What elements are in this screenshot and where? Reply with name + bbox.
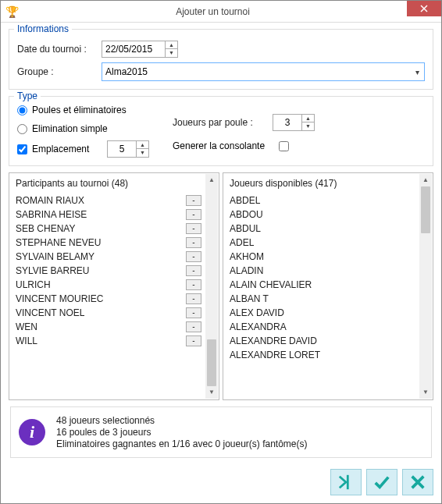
scroll-thumb[interactable] xyxy=(421,186,430,233)
participant-name: VINCENT MOURIEC xyxy=(16,293,103,304)
list-item[interactable]: AKHOM xyxy=(230,250,419,264)
participant-name: ROMAIN RIAUX xyxy=(16,195,84,206)
list-item[interactable]: ADEL xyxy=(230,236,419,250)
list-item[interactable]: ALEXANDRE DAVID xyxy=(230,334,419,348)
remove-button[interactable]: - xyxy=(186,279,201,290)
list-item[interactable]: ALEXANDRA xyxy=(230,320,419,334)
informations-group: Informations Date du tournoi : ▲▼ Groupe… xyxy=(9,29,433,90)
button-bar xyxy=(1,464,441,503)
list-item[interactable]: ALBAN T xyxy=(230,292,419,306)
participant-name: SEB CHENAY xyxy=(16,223,75,234)
list-item[interactable]: ALEX DAVID xyxy=(230,306,419,320)
list-item[interactable]: ABDEL xyxy=(230,193,419,208)
list-item[interactable]: ABDUL xyxy=(230,222,419,236)
player-name: ALADIN xyxy=(230,265,263,276)
emplacement-spinner[interactable]: ▲▼ xyxy=(107,140,149,158)
player-name: ALBAN T xyxy=(230,293,269,304)
list-item[interactable]: ULRICH- xyxy=(16,278,205,292)
player-name: ALEXANDRA xyxy=(230,321,287,332)
radio-elimination[interactable] xyxy=(17,124,27,134)
date-field[interactable] xyxy=(102,44,165,55)
list-item[interactable]: ABDOU xyxy=(230,208,419,222)
participant-name: WILL xyxy=(16,335,37,346)
list-item[interactable]: ALADIN xyxy=(230,264,419,278)
list-item[interactable]: WEN- xyxy=(16,320,205,334)
remove-button[interactable]: - xyxy=(186,265,201,276)
list-item[interactable]: VINCENT MOURIEC- xyxy=(16,292,205,306)
export-button[interactable] xyxy=(330,469,362,495)
player-name: ABDOU xyxy=(230,209,263,220)
lists-container: Participants au tournoi (48) ROMAIN RIAU… xyxy=(9,172,433,400)
players-per-pool-spinner[interactable]: ▲▼ xyxy=(273,114,315,131)
confirm-button[interactable] xyxy=(366,469,397,495)
list-item[interactable]: SEB CHENAY- xyxy=(16,222,205,236)
player-name: ABDUL xyxy=(230,223,261,234)
remove-button[interactable]: - xyxy=(186,307,201,318)
scroll-down-icon[interactable]: ▼ xyxy=(419,386,432,399)
scroll-up-icon[interactable]: ▲ xyxy=(419,174,432,186)
list-item[interactable]: ROMAIN RIAUX- xyxy=(16,193,205,208)
group-field[interactable] xyxy=(105,66,414,77)
checkbox-consolante[interactable] xyxy=(279,141,289,151)
scroll-thumb[interactable] xyxy=(207,339,216,386)
scroll-up-icon[interactable]: ▲ xyxy=(205,174,218,186)
type-legend: Type xyxy=(14,91,41,101)
cancel-button[interactable] xyxy=(402,469,433,495)
remove-button[interactable]: - xyxy=(186,321,201,332)
info-icon: i xyxy=(19,419,45,445)
type-group: Type Poules et éliminatoires Elimination… xyxy=(9,96,433,166)
participant-name: SABRINA HEISE xyxy=(16,209,87,220)
participants-list: Participants au tournoi (48) ROMAIN RIAU… xyxy=(9,172,219,400)
participant-name: ULRICH xyxy=(16,279,51,290)
summary-line2: 16 poules de 3 joueurs xyxy=(56,427,308,438)
participants-scrollbar[interactable]: ▲ ▼ xyxy=(205,174,218,399)
list-item[interactable]: STEPHANE NEVEU- xyxy=(16,236,205,250)
participant-name: SYLVAIN BELAMY xyxy=(16,251,94,262)
date-label: Date du tournoi : xyxy=(17,44,95,55)
list-item[interactable]: WILL- xyxy=(16,334,205,348)
close-button[interactable] xyxy=(407,1,441,16)
remove-button[interactable]: - xyxy=(186,237,201,248)
trophy-icon: 🏆 xyxy=(5,5,19,18)
player-name: ADEL xyxy=(230,237,254,248)
player-name: ABDEL xyxy=(230,195,260,206)
emplacement-value[interactable] xyxy=(108,144,136,154)
summary-line1: 48 joueurs selectionnés xyxy=(56,415,308,426)
list-item[interactable]: ALEXANDRE LORET xyxy=(230,348,419,362)
participant-name: WEN xyxy=(16,321,37,332)
group-combobox[interactable]: ▾ xyxy=(102,62,425,81)
checkbox-emplacement[interactable] xyxy=(17,144,27,154)
group-label: Groupe : xyxy=(17,66,95,77)
chevron-down-icon[interactable]: ▾ xyxy=(414,68,421,76)
list-item[interactable]: ALAIN CHEVALIER xyxy=(230,278,419,292)
remove-button[interactable]: - xyxy=(186,251,201,262)
date-input[interactable]: ▲▼ xyxy=(102,41,178,58)
player-name: AKHOM xyxy=(230,251,264,262)
participant-name: VINCENT NOEL xyxy=(16,307,84,318)
summary-line3: Eliminatoires gagnantes en 1/16 avec 0 j… xyxy=(56,438,308,449)
list-item[interactable]: SABRINA HEISE- xyxy=(16,208,205,222)
available-scrollbar[interactable]: ▲ ▼ xyxy=(419,174,432,399)
radio-elimination-label: Elimination simple xyxy=(32,123,108,134)
list-item[interactable]: VINCENT NOEL- xyxy=(16,306,205,320)
remove-button[interactable]: - xyxy=(186,335,201,346)
list-item[interactable]: SYLVAIN BELAMY- xyxy=(16,250,205,264)
radio-poules-label: Poules et éliminatoires xyxy=(32,105,127,115)
list-item[interactable]: SYLVIE BARREU- xyxy=(16,264,205,278)
informations-legend: Informations xyxy=(14,23,72,34)
window-title: Ajouter un tournoi xyxy=(19,6,407,17)
dialog-window: 🏆 Ajouter un tournoi Informations Date d… xyxy=(0,0,442,504)
date-spinner[interactable]: ▲▼ xyxy=(165,41,177,57)
remove-button[interactable]: - xyxy=(186,195,201,206)
participant-name: STEPHANE NEVEU xyxy=(16,237,101,248)
remove-button[interactable]: - xyxy=(186,223,201,234)
remove-button[interactable]: - xyxy=(186,293,201,304)
available-list: Joueurs disponibles (417) ABDELABDOUABDU… xyxy=(223,172,433,400)
participants-header: Participants au tournoi (48) xyxy=(9,173,219,193)
players-per-pool-value[interactable] xyxy=(273,117,301,128)
participant-name: SYLVIE BARREU xyxy=(16,265,89,276)
remove-button[interactable]: - xyxy=(186,209,201,220)
info-panel: i 48 joueurs selectionnés 16 poules de 3… xyxy=(10,406,432,458)
scroll-down-icon[interactable]: ▼ xyxy=(205,386,218,399)
radio-poules[interactable] xyxy=(17,105,27,115)
